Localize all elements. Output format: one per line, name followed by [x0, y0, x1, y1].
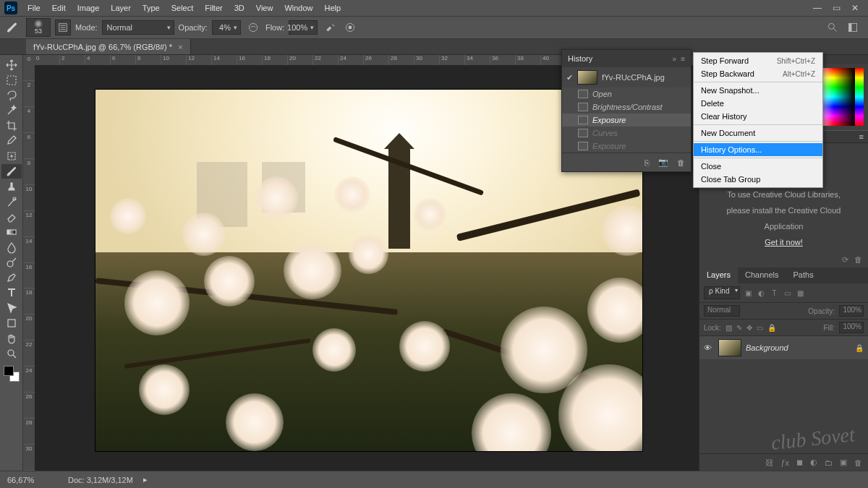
- menu-3d[interactable]: 3D: [229, 1, 250, 14]
- context-menu-item[interactable]: History Options...: [694, 143, 822, 156]
- context-menu-item[interactable]: New Document: [694, 127, 822, 140]
- layer-row-background[interactable]: 👁 Background 🔒: [699, 336, 868, 359]
- new-snapshot-icon[interactable]: 📷: [658, 158, 668, 167]
- group-icon[interactable]: 🗀: [825, 458, 833, 467]
- history-brush-indicator-icon[interactable]: ✔: [566, 73, 573, 82]
- tab-channels[interactable]: Channels: [738, 267, 786, 283]
- history-state[interactable]: Open: [562, 87, 691, 100]
- delete-state-icon[interactable]: 🗑: [677, 158, 685, 167]
- lock-transparent-icon[interactable]: ▨: [726, 324, 732, 332]
- pen-tool[interactable]: [1, 270, 22, 285]
- doc-size[interactable]: Doc: 3,12M/3,12M: [68, 476, 133, 484]
- context-menu-item[interactable]: New Snapshot...: [694, 84, 822, 97]
- menu-help[interactable]: Help: [319, 1, 347, 14]
- brush-panel-toggle[interactable]: [55, 20, 71, 35]
- menu-edit[interactable]: Edit: [46, 1, 72, 14]
- libraries-get-link[interactable]: Get it now!: [765, 238, 803, 247]
- lock-paint-icon[interactable]: ✎: [736, 324, 742, 332]
- history-menu-icon[interactable]: ≡: [681, 55, 685, 63]
- magic-wand-tool[interactable]: [1, 103, 22, 118]
- patch-tool[interactable]: [1, 149, 22, 163]
- layer-filter-kind[interactable]: ρ Kind: [704, 286, 740, 299]
- current-tool-icon[interactable]: [4, 19, 22, 36]
- history-snapshot-row[interactable]: ✔ fYv-RUcCPhA.jpg: [562, 67, 691, 87]
- document-canvas[interactable]: [95, 90, 642, 451]
- filter-type-icon[interactable]: T: [769, 288, 779, 298]
- history-state[interactable]: Curves: [562, 127, 691, 140]
- zoom-value[interactable]: 66,67%: [7, 476, 58, 484]
- blur-tool[interactable]: [1, 240, 22, 254]
- filter-adjust-icon[interactable]: ◐: [756, 288, 766, 298]
- blend-mode-dropdown[interactable]: Normal: [102, 20, 174, 35]
- context-menu-item[interactable]: Step BackwardAlt+Ctrl+Z: [694, 67, 822, 80]
- lasso-tool[interactable]: [1, 88, 22, 103]
- history-state[interactable]: Brightness/Contrast: [562, 100, 691, 114]
- snapshot-thumbnail[interactable]: [577, 70, 597, 85]
- lock-all-icon[interactable]: 🔒: [767, 324, 776, 332]
- filter-smart-icon[interactable]: ▦: [795, 288, 805, 298]
- close-tab-icon[interactable]: ×: [178, 43, 182, 51]
- pressure-opacity-icon[interactable]: [245, 20, 261, 35]
- flow-field[interactable]: 100%: [289, 20, 318, 35]
- stamp-tool[interactable]: [1, 179, 22, 194]
- filter-shape-icon[interactable]: ▭: [782, 288, 792, 298]
- path-select-tool[interactable]: [1, 301, 22, 315]
- type-tool[interactable]: [1, 286, 22, 300]
- lock-position-icon[interactable]: ✥: [746, 324, 752, 332]
- menu-layer[interactable]: Layer: [105, 1, 137, 14]
- gradient-tool[interactable]: [1, 225, 22, 239]
- tab-paths[interactable]: Paths: [786, 267, 821, 283]
- history-state[interactable]: Exposure: [562, 114, 691, 127]
- context-menu-item[interactable]: Delete: [694, 97, 822, 110]
- crop-tool[interactable]: [1, 119, 22, 133]
- context-menu-item[interactable]: Step ForwardShift+Ctrl+Z: [694, 54, 822, 67]
- color-swatches[interactable]: [4, 366, 20, 382]
- close-button[interactable]: ✕: [849, 3, 861, 13]
- layer-thumbnail[interactable]: [718, 339, 741, 356]
- status-chevron-icon[interactable]: ▸: [143, 475, 148, 484]
- move-tool[interactable]: [1, 58, 22, 72]
- link-layers-icon[interactable]: ⛓: [765, 458, 773, 467]
- tab-layers[interactable]: Layers: [699, 267, 738, 283]
- brush-preset-picker[interactable]: 53: [26, 18, 51, 37]
- eraser-tool[interactable]: [1, 210, 22, 224]
- menu-filter[interactable]: Filter: [199, 1, 228, 14]
- workspace-switcher-icon[interactable]: [845, 20, 861, 35]
- adjustment-icon[interactable]: ◐: [810, 458, 817, 467]
- new-doc-from-state-icon[interactable]: ⎘: [644, 158, 650, 167]
- shape-tool[interactable]: [1, 316, 22, 330]
- new-layer-icon[interactable]: ▣: [840, 458, 847, 467]
- lock-artboard-icon[interactable]: ▭: [757, 324, 763, 332]
- filter-pixel-icon[interactable]: ▣: [743, 288, 753, 298]
- eyedropper-tool[interactable]: [1, 134, 22, 148]
- layer-name[interactable]: Background: [746, 343, 851, 352]
- search-icon[interactable]: [825, 20, 841, 35]
- list-icon[interactable]: ≡: [859, 132, 864, 141]
- history-collapse-icon[interactable]: »: [673, 55, 677, 63]
- context-menu-item[interactable]: Clear History: [694, 110, 822, 123]
- hand-tool[interactable]: [1, 331, 22, 346]
- menu-type[interactable]: Type: [137, 1, 166, 14]
- menu-file[interactable]: File: [22, 1, 46, 14]
- pressure-size-icon[interactable]: [342, 20, 358, 35]
- mask-icon[interactable]: ◼: [796, 458, 803, 467]
- libs-sync-icon[interactable]: ⟳: [842, 255, 848, 265]
- dodge-tool[interactable]: [1, 255, 22, 270]
- history-tab-label[interactable]: History: [568, 54, 592, 63]
- layer-blend-mode[interactable]: Normal: [704, 305, 740, 317]
- airbrush-icon[interactable]: [322, 20, 338, 35]
- visibility-icon[interactable]: 👁: [704, 343, 714, 352]
- fill-value[interactable]: 100%: [839, 322, 864, 333]
- delete-layer-icon[interactable]: 🗑: [854, 458, 862, 467]
- menu-window[interactable]: Window: [278, 1, 318, 14]
- layer-opacity-value[interactable]: 100%: [839, 305, 864, 317]
- opacity-field[interactable]: 4%: [212, 20, 241, 35]
- fx-icon[interactable]: ƒx: [780, 458, 789, 467]
- libs-trash-icon[interactable]: 🗑: [854, 255, 862, 265]
- marquee-tool[interactable]: [1, 73, 22, 87]
- document-tab[interactable]: fYv-RUcCPhA.jpg @ 66,7% (RGB/8#) * ×: [26, 39, 191, 54]
- zoom-tool[interactable]: [1, 346, 22, 361]
- brush-tool[interactable]: [1, 164, 22, 179]
- menu-image[interactable]: Image: [72, 1, 106, 14]
- history-brush-tool[interactable]: [1, 194, 22, 209]
